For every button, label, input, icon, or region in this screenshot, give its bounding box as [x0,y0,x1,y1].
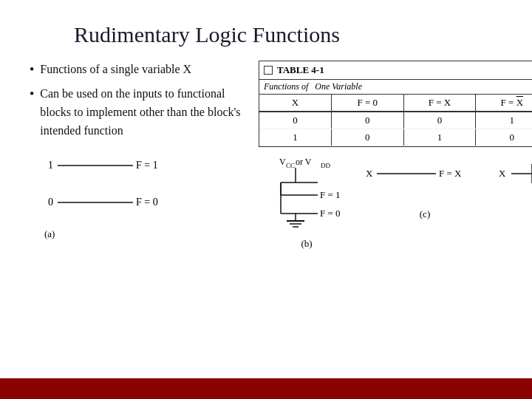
table-title-text: TABLE 4-1 [277,64,324,76]
diag-c-in: X [366,168,373,179]
table-subtitle: Functions of One Variable [259,80,532,95]
th-f0: F = 0 [332,95,404,111]
td-fx-1: 1 [404,129,477,146]
table-4-1: TABLE 4-1 Functions of One Variable X F … [259,61,532,147]
table-row-0: 0 0 0 1 1 [259,112,532,129]
diagram-c-svg: X F = X [362,154,488,202]
diag-b-out2: F = 0 [320,208,341,219]
bullet-item-1: Functions of a single variable X [30,61,244,79]
diagrams-bcd: V CC or V DD F = 1 [259,154,532,250]
diagram-b: V CC or V DD F = 1 [259,154,355,250]
th-x: X [259,95,332,111]
diagram-b-label: (b) [259,238,355,250]
diag-b-out1: F = 1 [320,189,341,200]
table-header-row: X F = 0 F = X F = X F = 1 [259,95,532,112]
bullet-text-1: Functions of a single variable X [40,61,191,79]
bottom-bar [0,378,532,399]
diag-a-out2: F = 0 [136,197,158,208]
td-fx-0: 0 [404,112,477,129]
diagram-d-svg: X F = X [495,154,532,202]
td-x1: 1 [259,129,332,146]
table-row-1: 1 0 1 0 1 [259,129,532,146]
diag-a-in2: 0 [48,197,53,208]
table-bookmark-icon [264,66,273,75]
diagram-a: 1 F = 1 0 F = 0 (a) [44,152,244,240]
td-fxbar-1: 0 [476,129,532,146]
page-title: Rudimentary Logic Functions [74,22,502,47]
slide: Rudimentary Logic Functions Functions of… [0,0,532,399]
diagram-d-label: (d) [495,208,532,220]
diag-d-in: X [499,168,506,179]
left-column: Functions of a single variable X Can be … [30,61,244,250]
vcc-label: V [279,157,286,167]
bullet-list: Functions of a single variable X Can be … [30,61,244,140]
diagram-a-svg: 1 F = 1 0 F = 0 [44,152,192,222]
vcc-sub: CC [286,162,295,169]
diagram-c: X F = X (c) [362,154,488,220]
diag-a-out1: F = 1 [136,160,158,171]
diagram-a-label: (a) [44,228,244,240]
vdd-sub: DD [321,162,330,169]
diag-a-in1: 1 [48,160,53,171]
td-f0-0: 0 [332,112,404,129]
bullet-text-2: Can be used on the inputs to functional … [40,85,244,140]
th-fx: F = X [404,95,477,111]
th-fxbar: F = X [476,95,532,111]
bullet-item-2: Can be used on the inputs to functional … [30,85,244,140]
diagram-c-label: (c) [362,208,488,220]
vdd-or-label: or V [296,157,312,167]
diagram-b-svg: V CC or V DD F = 1 [259,154,355,232]
td-f0-1: 0 [332,129,404,146]
diagram-d: X F = X (d) [495,154,532,220]
td-fxbar-0: 1 [476,112,532,129]
right-column: TABLE 4-1 Functions of One Variable X F … [259,61,532,250]
table-title-row: TABLE 4-1 [259,61,532,80]
td-x0: 0 [259,112,332,129]
content-area: Functions of a single variable X Can be … [30,61,502,250]
diag-c-out: F = X [439,168,462,179]
